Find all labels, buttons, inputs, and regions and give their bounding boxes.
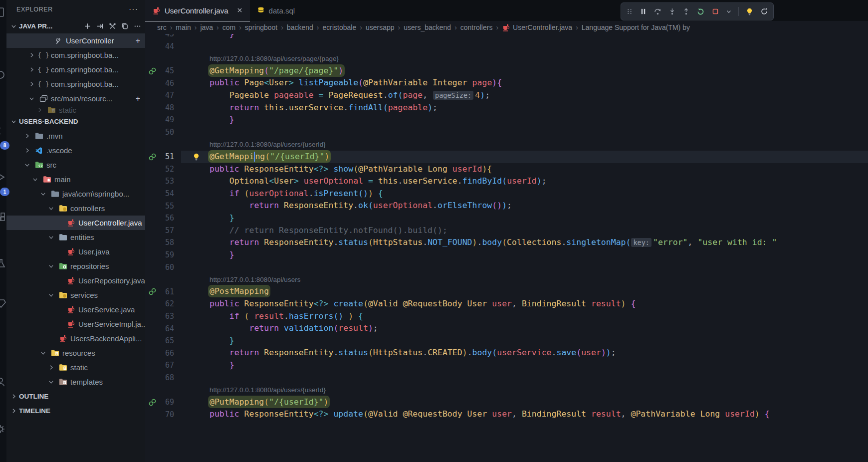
code-line-45[interactable]: 45@GetMapping("/page/{page}"): [145, 65, 868, 77]
code-line-52[interactable]: 52public ResponseEntity<?> show(@PathVar…: [145, 163, 868, 176]
code-line-64[interactable]: 64 return validation(result);: [145, 322, 868, 335]
code-line-54[interactable]: 54 if (userOptional.isPresent()) {: [145, 188, 868, 200]
tools-icon[interactable]: [109, 22, 116, 30]
section-java-projects[interactable]: JAVA PR...: [6, 19, 145, 33]
pause-icon[interactable]: [640, 7, 647, 15]
close-icon[interactable]: [236, 6, 243, 15]
code-line-47[interactable]: 47 Pageable pageable = PageRequest.of(pa…: [145, 89, 868, 102]
plus-icon[interactable]: [84, 22, 91, 30]
code-line-60[interactable]: 60: [145, 261, 868, 273]
code-line-65[interactable]: 65 }: [145, 335, 868, 347]
code-line-43[interactable]: 43 }: [145, 34, 868, 40]
tree-item-entities[interactable]: entities: [6, 230, 145, 244]
breadcrumb-item[interactable]: com: [222, 23, 235, 31]
tree-item-resources[interactable]: resources: [6, 346, 145, 360]
step-out-icon[interactable]: [682, 7, 690, 15]
codelens-url[interactable]: http://127.0.0.1:8080/api/users/{userId}: [145, 138, 868, 151]
tree-item-user-java[interactable]: User.java: [6, 244, 145, 259]
code-line-48[interactable]: 48 return this.userService.findAll(pagea…: [145, 102, 868, 114]
section-outline[interactable]: OUTLINE: [6, 389, 145, 404]
code-line-50[interactable]: 50: [145, 126, 868, 139]
endpoint-link-icon[interactable]: [148, 153, 157, 161]
plus-icon[interactable]: +: [136, 94, 140, 103]
breadcrumb-item[interactable]: ecristobale: [323, 23, 357, 31]
tree-item-services[interactable]: services: [6, 288, 145, 302]
breadcrumb-item[interactable]: users_backend: [404, 23, 451, 31]
lightbulb-icon[interactable]: [192, 153, 201, 161]
code-line-58[interactable]: 58 return ResponseEntity.status(HttpStat…: [145, 236, 868, 249]
tree-item-com-springboot-ba-[interactable]: { }com.springboot.ba...: [6, 77, 145, 91]
tree-item-java-com-springbo-[interactable]: java\com\springbo...: [6, 187, 145, 201]
tree-item-src[interactable]: src: [6, 158, 145, 172]
code-line-70[interactable]: 70public ResponseEntity<?> update(@Valid…: [145, 408, 868, 421]
more-icon[interactable]: [134, 22, 141, 30]
code-area[interactable]: 43 }44http://127.0.0.1:8080/api/users/pa…: [145, 34, 868, 462]
test-icon[interactable]: [0, 258, 6, 269]
step-into-icon[interactable]: [668, 7, 676, 15]
search-icon[interactable]: [0, 70, 6, 81]
grip-icon[interactable]: [626, 7, 633, 15]
files-icon[interactable]: [0, 7, 6, 18]
tree-item-static[interactable]: static: [6, 106, 145, 114]
tree-item-repositories[interactable]: repositories: [6, 259, 145, 273]
code-line-61[interactable]: 61@PostMapping: [145, 285, 868, 298]
tree-item-src-main-resourc-[interactable]: src/main/resourc...+: [6, 91, 145, 106]
breadcrumb-item[interactable]: Language Support for Java(TM) by: [582, 23, 690, 31]
tab-data-sql[interactable]: data.sql: [250, 0, 302, 21]
code-line-57[interactable]: 57 // return ResponseEntity.notFound().b…: [145, 225, 868, 237]
chevron-down-icon[interactable]: [726, 8, 732, 14]
tree-item-controllers[interactable]: controllers: [6, 201, 145, 216]
endpoint-link-icon[interactable]: [148, 287, 157, 296]
section-users-backend[interactable]: USERS-BACKEND: [6, 114, 145, 129]
tree-item--vscode[interactable]: .vscode: [6, 143, 145, 158]
code-line-67[interactable]: 67 }: [145, 359, 868, 372]
tree-item-usersbackendappli-[interactable]: UsersBackendAppli...: [6, 331, 145, 346]
code-line-62[interactable]: 62public ResponseEntity<?> create(@Valid…: [145, 298, 868, 310]
activity-bar[interactable]: 81: [0, 0, 6, 462]
extensions-icon[interactable]: [0, 212, 6, 223]
codelens-url[interactable]: http://127.0.0.1:8080/api/users: [145, 273, 868, 286]
tree-item-com-springboot-ba-[interactable]: { }com.springboot.ba...: [6, 48, 145, 62]
plus-icon[interactable]: +: [136, 36, 140, 45]
code-line-55[interactable]: 55 return ResponseEntity.ok(userOptional…: [145, 200, 868, 212]
tree-item-usercontroller[interactable]: UserController+: [6, 33, 145, 48]
breadcrumb-item[interactable]: UserController.java: [502, 23, 572, 32]
codelens-url[interactable]: http://127.0.0.1:8080/api/users/page/{pa…: [145, 52, 868, 65]
breadcrumb-item[interactable]: springboot: [245, 23, 277, 31]
gem-icon[interactable]: [0, 298, 6, 309]
tree-item-templates[interactable]: templates: [6, 375, 145, 389]
code-line-53[interactable]: 53 Optional<User> userOptional = this.us…: [145, 175, 868, 188]
codelens-url[interactable]: http://127.0.0.1:8080/api/users/{userId}: [145, 384, 868, 396]
stop-icon[interactable]: [711, 7, 719, 15]
code-line-69[interactable]: 69@PutMapping("/{userId}"): [145, 396, 868, 409]
export-icon[interactable]: [96, 22, 104, 30]
debug-icon[interactable]: [0, 172, 6, 183]
endpoint-link-icon[interactable]: [148, 67, 157, 75]
lightbulb-icon[interactable]: [745, 7, 754, 16]
step-over-icon[interactable]: [653, 7, 662, 15]
code-line-44[interactable]: 44: [145, 40, 868, 53]
section-timeline[interactable]: TIMELINE: [6, 404, 145, 418]
tree-item-userservice-java[interactable]: UserService.java: [6, 302, 145, 317]
code-line-56[interactable]: 56 }: [145, 212, 868, 225]
code-line-59[interactable]: 59 }: [145, 249, 868, 261]
source-control-icon[interactable]: [0, 126, 6, 137]
breadcrumb-item[interactable]: backend: [287, 23, 313, 31]
breadcrumb-item[interactable]: usersapp: [366, 23, 395, 31]
code-line-66[interactable]: 66 return ResponseEntity.status(HttpStat…: [145, 347, 868, 359]
breadcrumb-item[interactable]: src: [157, 23, 167, 31]
breadcrumb-item[interactable]: controllers: [460, 23, 493, 31]
tree-item-usercontroller-java[interactable]: UserController.java: [6, 216, 145, 230]
tab-usercontroller-java[interactable]: UserController.java: [145, 0, 250, 21]
breadcrumb-item[interactable]: main: [176, 23, 191, 31]
copy-icon[interactable]: [121, 22, 129, 30]
tree-item--mvn[interactable]: .mvn: [6, 129, 145, 143]
account-icon[interactable]: [0, 377, 6, 388]
code-line-49[interactable]: 49 }: [145, 114, 868, 126]
settings-gear-icon[interactable]: [0, 424, 6, 435]
tree-item-userrepository-java[interactable]: UserRepository.java: [6, 273, 145, 288]
tree-item-static[interactable]: static: [6, 360, 145, 375]
breadcrumb-item[interactable]: java: [200, 23, 213, 31]
tree-item-userserviceimpl-ja-[interactable]: UserServiceImpl.ja...: [6, 317, 145, 331]
tree-item-main[interactable]: main: [6, 172, 145, 187]
